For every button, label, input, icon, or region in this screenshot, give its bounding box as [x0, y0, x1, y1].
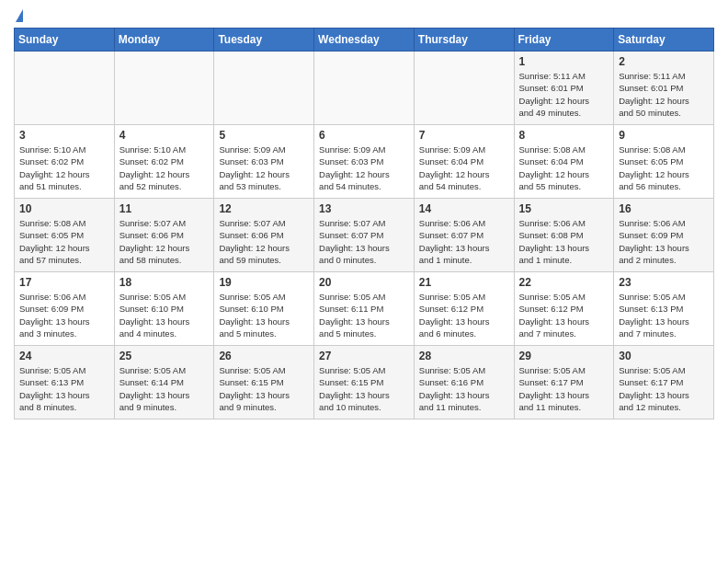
- day-info: Sunrise: 5:11 AM Sunset: 6:01 PM Dayligh…: [619, 70, 709, 119]
- day-number: 3: [19, 129, 109, 142]
- day-info: Sunrise: 5:05 AM Sunset: 6:12 PM Dayligh…: [519, 291, 609, 339]
- calendar-cell: 29Sunrise: 5:05 AM Sunset: 6:17 PM Dayli…: [514, 346, 614, 419]
- day-info: Sunrise: 5:06 AM Sunset: 6:09 PM Dayligh…: [19, 291, 109, 339]
- calendar-cell: 30Sunrise: 5:05 AM Sunset: 6:17 PM Dayli…: [614, 346, 714, 419]
- day-number: 2: [619, 55, 709, 68]
- calendar-cell: 27Sunrise: 5:05 AM Sunset: 6:15 PM Dayli…: [314, 346, 415, 419]
- day-number: 10: [19, 202, 109, 215]
- calendar-header-row: SundayMondayTuesdayWednesdayThursdayFrid…: [15, 29, 714, 52]
- day-info: Sunrise: 5:05 AM Sunset: 6:12 PM Dayligh…: [419, 291, 509, 339]
- page-header: [14, 9, 714, 22]
- day-info: Sunrise: 5:08 AM Sunset: 6:05 PM Dayligh…: [619, 144, 709, 192]
- calendar-header-tuesday: Tuesday: [214, 29, 314, 52]
- calendar-cell: 26Sunrise: 5:05 AM Sunset: 6:15 PM Dayli…: [214, 346, 314, 419]
- calendar-cell: [214, 52, 314, 125]
- calendar-cell: 9Sunrise: 5:08 AM Sunset: 6:05 PM Daylig…: [614, 125, 714, 199]
- calendar-cell: 4Sunrise: 5:10 AM Sunset: 6:02 PM Daylig…: [114, 125, 214, 199]
- calendar-header-friday: Friday: [514, 29, 614, 52]
- calendar-cell: 14Sunrise: 5:06 AM Sunset: 6:07 PM Dayli…: [414, 199, 514, 272]
- calendar-cell: 2Sunrise: 5:11 AM Sunset: 6:01 PM Daylig…: [614, 52, 714, 125]
- calendar-cell: 19Sunrise: 5:05 AM Sunset: 6:10 PM Dayli…: [214, 272, 314, 346]
- day-number: 28: [419, 350, 509, 362]
- day-number: 29: [519, 350, 609, 362]
- day-number: 15: [519, 202, 609, 215]
- calendar-cell: [314, 52, 415, 125]
- day-number: 14: [419, 202, 509, 215]
- day-info: Sunrise: 5:05 AM Sunset: 6:17 PM Dayligh…: [619, 364, 709, 413]
- day-number: 13: [319, 202, 409, 215]
- day-number: 21: [419, 276, 509, 289]
- day-info: Sunrise: 5:05 AM Sunset: 6:15 PM Dayligh…: [219, 364, 309, 413]
- calendar-cell: [15, 52, 115, 125]
- day-info: Sunrise: 5:09 AM Sunset: 6:04 PM Dayligh…: [419, 144, 509, 192]
- calendar-cell: 16Sunrise: 5:06 AM Sunset: 6:09 PM Dayli…: [614, 199, 714, 272]
- day-number: 12: [219, 202, 309, 215]
- calendar-cell: 12Sunrise: 5:07 AM Sunset: 6:06 PM Dayli…: [214, 199, 314, 272]
- day-number: 25: [119, 350, 210, 362]
- calendar-header-monday: Monday: [114, 29, 214, 52]
- calendar-cell: 21Sunrise: 5:05 AM Sunset: 6:12 PM Dayli…: [414, 272, 514, 346]
- day-info: Sunrise: 5:05 AM Sunset: 6:16 PM Dayligh…: [419, 364, 509, 413]
- calendar-cell: 3Sunrise: 5:10 AM Sunset: 6:02 PM Daylig…: [15, 125, 115, 199]
- day-info: Sunrise: 5:07 AM Sunset: 6:07 PM Dayligh…: [319, 217, 409, 266]
- calendar-cell: 28Sunrise: 5:05 AM Sunset: 6:16 PM Dayli…: [414, 346, 514, 419]
- day-number: 11: [119, 202, 210, 215]
- calendar-cell: 7Sunrise: 5:09 AM Sunset: 6:04 PM Daylig…: [414, 125, 514, 199]
- calendar-week-row: 24Sunrise: 5:05 AM Sunset: 6:13 PM Dayli…: [15, 346, 714, 419]
- day-info: Sunrise: 5:09 AM Sunset: 6:03 PM Dayligh…: [319, 144, 409, 192]
- day-info: Sunrise: 5:10 AM Sunset: 6:02 PM Dayligh…: [119, 144, 210, 192]
- day-number: 23: [619, 276, 709, 289]
- calendar-cell: 22Sunrise: 5:05 AM Sunset: 6:12 PM Dayli…: [514, 272, 614, 346]
- day-number: 8: [519, 129, 609, 142]
- day-info: Sunrise: 5:09 AM Sunset: 6:03 PM Dayligh…: [219, 144, 309, 192]
- day-number: 19: [219, 276, 309, 289]
- day-number: 6: [319, 129, 409, 142]
- day-info: Sunrise: 5:05 AM Sunset: 6:13 PM Dayligh…: [19, 364, 109, 413]
- calendar-cell: 6Sunrise: 5:09 AM Sunset: 6:03 PM Daylig…: [314, 125, 415, 199]
- calendar-cell: 5Sunrise: 5:09 AM Sunset: 6:03 PM Daylig…: [214, 125, 314, 199]
- calendar-cell: 18Sunrise: 5:05 AM Sunset: 6:10 PM Dayli…: [114, 272, 214, 346]
- calendar-cell: 20Sunrise: 5:05 AM Sunset: 6:11 PM Dayli…: [314, 272, 415, 346]
- day-info: Sunrise: 5:05 AM Sunset: 6:14 PM Dayligh…: [119, 364, 210, 413]
- day-number: 24: [19, 350, 109, 362]
- day-info: Sunrise: 5:05 AM Sunset: 6:10 PM Dayligh…: [219, 291, 309, 339]
- day-info: Sunrise: 5:05 AM Sunset: 6:17 PM Dayligh…: [519, 364, 609, 413]
- day-info: Sunrise: 5:06 AM Sunset: 6:07 PM Dayligh…: [419, 217, 509, 266]
- calendar-week-row: 10Sunrise: 5:08 AM Sunset: 6:05 PM Dayli…: [15, 199, 714, 272]
- day-number: 5: [219, 129, 309, 142]
- calendar-cell: 13Sunrise: 5:07 AM Sunset: 6:07 PM Dayli…: [314, 199, 415, 272]
- calendar-cell: 24Sunrise: 5:05 AM Sunset: 6:13 PM Dayli…: [15, 346, 115, 419]
- calendar-cell: 1Sunrise: 5:11 AM Sunset: 6:01 PM Daylig…: [514, 52, 614, 125]
- day-info: Sunrise: 5:07 AM Sunset: 6:06 PM Dayligh…: [119, 217, 210, 266]
- calendar-cell: 15Sunrise: 5:06 AM Sunset: 6:08 PM Dayli…: [514, 199, 614, 272]
- logo-icon: [16, 9, 23, 22]
- day-info: Sunrise: 5:06 AM Sunset: 6:09 PM Dayligh…: [619, 217, 709, 266]
- calendar-cell: [414, 52, 514, 125]
- day-number: 4: [119, 129, 210, 142]
- day-number: 1: [519, 55, 609, 68]
- day-info: Sunrise: 5:05 AM Sunset: 6:15 PM Dayligh…: [319, 364, 409, 413]
- calendar-cell: 25Sunrise: 5:05 AM Sunset: 6:14 PM Dayli…: [114, 346, 214, 419]
- day-number: 7: [419, 129, 509, 142]
- day-info: Sunrise: 5:05 AM Sunset: 6:13 PM Dayligh…: [619, 291, 709, 339]
- day-number: 27: [319, 350, 409, 362]
- day-info: Sunrise: 5:07 AM Sunset: 6:06 PM Dayligh…: [219, 217, 309, 266]
- calendar-cell: 8Sunrise: 5:08 AM Sunset: 6:04 PM Daylig…: [514, 125, 614, 199]
- calendar-week-row: 1Sunrise: 5:11 AM Sunset: 6:01 PM Daylig…: [15, 52, 714, 125]
- calendar-week-row: 17Sunrise: 5:06 AM Sunset: 6:09 PM Dayli…: [15, 272, 714, 346]
- day-number: 26: [219, 350, 309, 362]
- calendar-cell: 11Sunrise: 5:07 AM Sunset: 6:06 PM Dayli…: [114, 199, 214, 272]
- calendar-header-sunday: Sunday: [15, 29, 115, 52]
- day-number: 9: [619, 129, 709, 142]
- calendar-cell: 10Sunrise: 5:08 AM Sunset: 6:05 PM Dayli…: [15, 199, 115, 272]
- day-number: 20: [319, 276, 409, 289]
- calendar-cell: 17Sunrise: 5:06 AM Sunset: 6:09 PM Dayli…: [15, 272, 115, 346]
- day-info: Sunrise: 5:08 AM Sunset: 6:05 PM Dayligh…: [19, 217, 109, 266]
- day-info: Sunrise: 5:10 AM Sunset: 6:02 PM Dayligh…: [19, 144, 109, 192]
- day-info: Sunrise: 5:05 AM Sunset: 6:10 PM Dayligh…: [119, 291, 210, 339]
- calendar-week-row: 3Sunrise: 5:10 AM Sunset: 6:02 PM Daylig…: [15, 125, 714, 199]
- day-info: Sunrise: 5:08 AM Sunset: 6:04 PM Dayligh…: [519, 144, 609, 192]
- day-number: 16: [619, 202, 709, 215]
- day-number: 18: [119, 276, 210, 289]
- day-number: 22: [519, 276, 609, 289]
